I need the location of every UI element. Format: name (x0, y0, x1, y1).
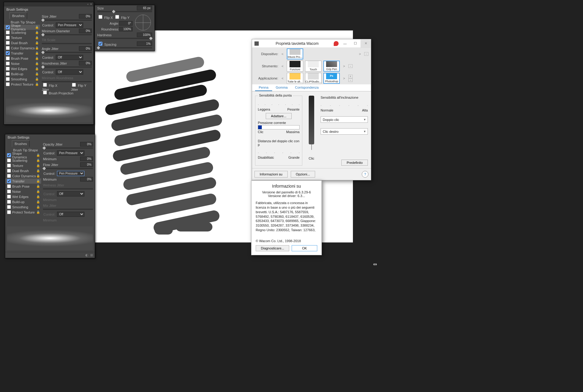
lock-icon[interactable]: 🔒 (36, 174, 40, 178)
brush-option-brush-pose[interactable]: Brush Pose🔒 (4, 56, 40, 61)
lock-icon[interactable]: 🔒 (36, 154, 40, 157)
brush-option-protect-texture[interactable]: Protect Texture🔒 (5, 210, 41, 215)
flip-x-checkbox[interactable]: Flip X (97, 14, 113, 20)
angle-jitter-slider[interactable] (42, 52, 92, 53)
remove-app-button[interactable]: - (348, 78, 353, 82)
lock-icon[interactable]: 🔒 (35, 46, 39, 50)
tab-pen[interactable]: Penna (255, 84, 272, 91)
tip-sensitivity-slider[interactable]: ······· (258, 103, 300, 106)
roundness-control-select[interactable]: Off (56, 69, 83, 75)
opacity-control-select[interactable]: Pen Pressure (57, 150, 84, 156)
lock-icon[interactable]: 🔒 (36, 190, 40, 193)
brush-option-transfer[interactable]: Transfer🔒 (4, 51, 40, 56)
flow-control-select[interactable]: Pen Pressure (57, 171, 84, 176)
angle-value[interactable]: 0° (119, 21, 133, 26)
brush-option-transfer[interactable]: Transfer🔒 (5, 178, 41, 184)
brush-option-noise[interactable]: Noise🔒 (4, 61, 40, 66)
minimize-button[interactable]: — (340, 40, 350, 48)
tab-mapping[interactable]: Corrispondenza (291, 84, 322, 91)
lock-icon[interactable]: 🔒 (36, 179, 40, 183)
lock-icon[interactable]: 🔒 (36, 195, 40, 198)
options-button[interactable]: Opzioni... (291, 171, 315, 178)
brush-option-smoothing[interactable]: Smoothing🔒 (4, 76, 40, 82)
opacity-jitter-value[interactable]: 0% (80, 142, 93, 147)
spacing-value[interactable]: 1% (137, 41, 152, 46)
brush-option-shape-dynamics[interactable]: Shape Dynamics🔒 (5, 153, 41, 158)
brush-option-color-dynamics[interactable]: Color Dynamics🔒 (4, 45, 40, 51)
flip-y-jitter-checkbox[interactable]: Flip Y Jitter (71, 82, 92, 91)
window-titlebar[interactable]: Proprietà tavoletta Wacom — ☐ ✕ (252, 39, 371, 48)
tilt-sensitivity-slider[interactable]: ······ (321, 104, 368, 107)
brush-option-color-dynamics[interactable]: Color Dynamics🔒 (5, 173, 41, 178)
brush-option-protect-texture[interactable]: Protect Texture🔒 (4, 82, 40, 87)
app-photoshop[interactable]: PsPhotoshop (323, 73, 340, 84)
flip-y-checkbox[interactable]: Flip Y (114, 14, 130, 20)
lock-icon[interactable]: 🔒 (36, 159, 40, 162)
brush-option-build-up[interactable]: Build-up🔒 (4, 71, 40, 76)
lock-icon[interactable]: 🔒 (35, 31, 39, 34)
prev-device-button[interactable]: < (280, 52, 285, 56)
size-jitter-slider[interactable] (42, 19, 92, 21)
remove-device-button[interactable]: - (364, 52, 368, 56)
lock-icon[interactable]: 🔒 (35, 62, 39, 65)
tab-eraser[interactable]: Gomma (272, 84, 291, 91)
brush-option-brush-pose[interactable]: Brush Pose🔒 (5, 184, 41, 189)
opacity-min-value[interactable]: 0% (80, 157, 93, 161)
next-tool-button[interactable]: > (342, 64, 347, 68)
brush-option-dual-brush[interactable]: Dual Brush🔒 (5, 168, 41, 173)
app-clipstudio[interactable]: CLIPStudio... (305, 73, 322, 84)
lock-icon[interactable]: 🔒 (36, 205, 40, 209)
lock-icon[interactable]: 🔒 (35, 36, 39, 39)
size-jitter-value[interactable]: 0% (79, 14, 92, 19)
hardness-slider[interactable] (97, 38, 152, 39)
brushes-tab[interactable]: Brushes (9, 12, 27, 19)
size-value[interactable]: 65 px (137, 6, 152, 10)
lock-icon[interactable]: 🔒 (35, 67, 39, 70)
spacing-checkbox[interactable]: Spacing (97, 41, 116, 47)
diagnose-button[interactable]: Diagnosticare... (256, 245, 289, 251)
hardness-value[interactable]: 100% (137, 33, 152, 37)
flow-jitter-slider[interactable] (43, 168, 93, 169)
lock-icon[interactable]: 🔒 (35, 72, 39, 76)
lock-icon[interactable]: 🔒 (36, 200, 40, 203)
collapse-icon[interactable]: « (87, 3, 89, 6)
angle-control[interactable] (135, 15, 151, 30)
adjust-button[interactable]: Adattare... (266, 113, 292, 119)
roundness-jitter-slider[interactable] (42, 66, 92, 68)
angle-control-select[interactable]: Off (56, 55, 83, 60)
next-app-button[interactable]: > (342, 76, 347, 80)
lock-icon[interactable]: 🔒 (36, 164, 40, 167)
brush-projection-checkbox[interactable]: Brush Projection (42, 90, 73, 95)
add-app-button[interactable]: + (348, 75, 353, 78)
tool-functions[interactable]: Funzioni (287, 61, 303, 72)
brush-option-smoothing[interactable]: Smoothing🔒 (5, 204, 41, 210)
device-intuos-pro[interactable]: Intuos Pro... (287, 48, 303, 59)
lock-icon[interactable]: 🔒 (35, 41, 39, 44)
flow-jitter-value[interactable]: 0% (80, 162, 93, 167)
lower-button-select[interactable]: Clic destro (321, 128, 368, 135)
panel-titlebar[interactable]: «✕ (4, 2, 94, 6)
maximize-button[interactable]: ☐ (350, 40, 361, 48)
lock-icon[interactable]: 🔒 (35, 26, 39, 29)
help-button[interactable]: ? (362, 171, 368, 178)
brush-option-shape-dynamics[interactable]: Shape Dynamics🔒 (4, 25, 40, 30)
dblclick-distance-slider[interactable]: ······ (258, 151, 300, 154)
lock-icon[interactable]: 🔒 (35, 77, 39, 81)
lock-icon[interactable]: 🔒 (36, 169, 40, 172)
brush-option-build-up[interactable]: Build-up🔒 (5, 199, 41, 204)
brush-option-wet-edges[interactable]: Wet Edges🔒 (4, 66, 40, 71)
lock-icon[interactable]: 🔒 (36, 210, 40, 214)
opacity-jitter-slider[interactable] (43, 147, 93, 149)
app-all[interactable]: Tutte le alt... (287, 73, 303, 84)
brush-option-texture[interactable]: Texture🔒 (4, 35, 40, 40)
size-control-select[interactable]: Pen Pressure (56, 23, 83, 28)
spacing-slider[interactable] (97, 47, 152, 48)
roundness-jitter-value[interactable]: 0% (79, 61, 92, 65)
tool-grip-pen[interactable]: Grip Pen (323, 61, 340, 72)
close-button[interactable]: ✕ (361, 40, 371, 48)
brush-option-wet-edges[interactable]: Wet Edges🔒 (5, 194, 41, 199)
brush-option-texture[interactable]: Texture🔒 (5, 163, 41, 168)
ok-button[interactable]: OK (292, 245, 317, 251)
brush-option-dual-brush[interactable]: Dual Brush🔒 (4, 40, 40, 45)
prev-app-button[interactable]: < (280, 76, 285, 80)
